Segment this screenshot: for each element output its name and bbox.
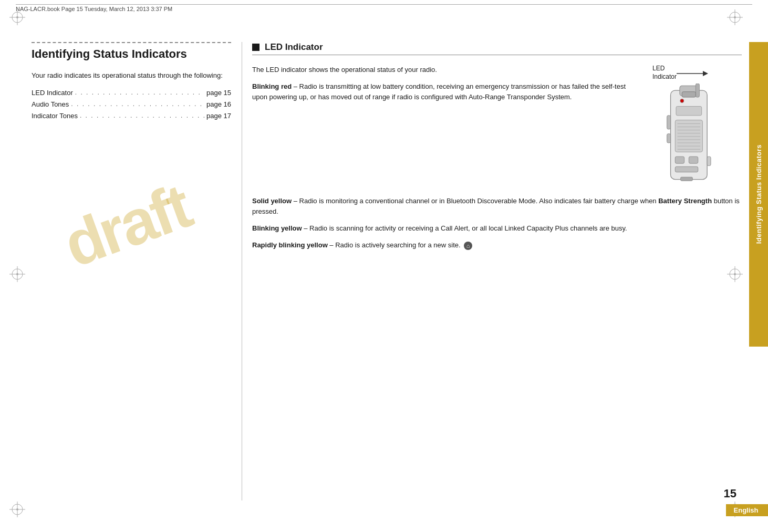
blinking-yellow-paragraph: Blinking yellow – Radio is scanning for … (252, 223, 742, 234)
svg-marker-25 (703, 71, 708, 76)
svg-point-23 (734, 273, 736, 275)
dashed-divider (32, 42, 231, 43)
solid-yellow-dash: – (292, 197, 299, 205)
toc-page-2: page 16 (206, 99, 231, 110)
svg-rect-43 (667, 134, 671, 143)
blinking-yellow-dash: – (302, 224, 309, 232)
svg-point-3 (16, 16, 18, 18)
led-image-area: LEDIndicator (652, 65, 742, 189)
section-header-title: LED Indicator (265, 42, 323, 53)
led-intro-text: The LED indicator shows the operational … (252, 65, 642, 75)
svg-rect-42 (667, 116, 671, 129)
svg-rect-44 (675, 157, 684, 163)
reg-mark-right-center (727, 266, 743, 282)
column-divider (242, 42, 242, 500)
left-column: Identifying Status Indicators Your radio… (32, 42, 231, 122)
blinking-red-paragraph: Blinking red – Radio is transmitting at … (252, 81, 642, 102)
svg-point-11 (16, 508, 18, 510)
svg-rect-31 (676, 106, 702, 115)
rapidly-blinking-yellow-label: Rapidly blinking yellow (252, 241, 328, 249)
rapidly-blinking-yellow-dash: – (328, 241, 335, 249)
led-label-line: LEDIndicator (652, 65, 708, 81)
toc-item-label-3: Indicator Tones (32, 110, 78, 122)
section-tab-text: Identifying Status Indicators (755, 144, 763, 244)
toc-page-1: page 15 (206, 87, 231, 99)
svg-rect-45 (689, 157, 698, 163)
solid-yellow-text: Radio is monitoring a conventional chann… (299, 197, 659, 205)
svg-point-7 (734, 16, 736, 18)
svg-rect-28 (696, 84, 699, 97)
section-tab: Identifying Status Indicators (749, 42, 768, 347)
svg-rect-32 (675, 120, 702, 152)
header-text: NAG-LACR.book Page 15 Tuesday, March 12,… (16, 6, 172, 12)
rapidly-blinking-yellow-text: Radio is actively searching for a new si… (335, 241, 460, 249)
toc-list: LED Indicator . . . . . . . . . . . . . … (32, 87, 231, 122)
page-number: 15 (724, 487, 736, 500)
svg-rect-47 (681, 177, 693, 181)
toc-item-2: Audio Tones . . . . . . . . . . . . . . … (32, 99, 231, 110)
blinking-red-dash: – (292, 82, 299, 90)
svg-point-19 (16, 273, 18, 275)
toc-item-3: Indicator Tones . . . . . . . . . . . . … (32, 110, 231, 122)
draft-watermark: draft (55, 170, 199, 281)
toc-item-label-2: Audio Tones (32, 99, 69, 110)
svg-rect-46 (675, 166, 698, 172)
toc-dots-3: . . . . . . . . . . . . . . . . . . . . … (80, 110, 204, 122)
site-search-icon: ⌂ (463, 241, 473, 251)
led-arrow-icon (677, 66, 708, 81)
blinking-red-text: Radio is transmitting at low battery con… (252, 82, 626, 101)
reg-mark-left-center (9, 266, 25, 282)
intro-text: Your radio indicates its operational sta… (32, 70, 231, 81)
blinking-yellow-label: Blinking yellow (252, 224, 302, 232)
header-bar: NAG-LACR.book Page 15 Tuesday, March 12,… (16, 4, 752, 12)
right-column: LED Indicator The LED indicator shows th… (252, 42, 742, 257)
svg-rect-48 (707, 157, 711, 165)
section-header-square (252, 44, 260, 51)
led-label-text: LEDIndicator (652, 65, 677, 81)
rapidly-blinking-yellow-paragraph: Rapidly blinking yellow – Radio is activ… (252, 240, 742, 251)
blinking-yellow-text: Radio is scanning for activity or receiv… (309, 224, 627, 232)
language-label: English (726, 504, 768, 516)
reg-mark-bottom-left (9, 502, 25, 517)
toc-item-1: LED Indicator . . . . . . . . . . . . . … (32, 87, 231, 99)
led-intro-area: The LED indicator shows the operational … (252, 65, 642, 189)
toc-page-3: page 17 (206, 110, 231, 122)
toc-dots-2: . . . . . . . . . . . . . . . . . . . . … (71, 99, 204, 110)
blinking-red-label: Blinking red (252, 82, 292, 90)
svg-point-29 (680, 99, 684, 103)
solid-yellow-paragraph: Solid yellow – Radio is monitoring a con… (252, 196, 742, 217)
toc-item-label-1: LED Indicator (32, 87, 73, 99)
svg-text:⌂: ⌂ (466, 243, 470, 249)
svg-rect-30 (682, 92, 696, 97)
solid-yellow-bold-mid: Battery Strength (658, 197, 712, 205)
toc-dots-1: . . . . . . . . . . . . . . . . . . . . … (75, 87, 204, 99)
left-section-title: Identifying Status Indicators (32, 47, 231, 61)
section-header: LED Indicator (252, 42, 742, 55)
content-with-image: The LED indicator shows the operational … (252, 65, 742, 189)
solid-yellow-label: Solid yellow (252, 197, 292, 205)
radio-illustration (652, 84, 721, 189)
